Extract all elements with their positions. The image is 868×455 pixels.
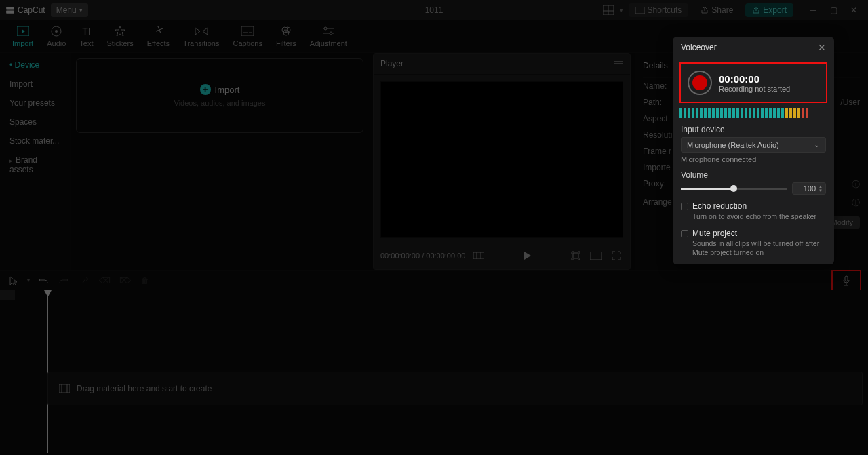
tool-captions[interactable]: Captions xyxy=(226,23,269,49)
share-button[interactable]: Share xyxy=(694,3,740,17)
volume-input[interactable]: 100 ▲▼ xyxy=(792,182,826,195)
capcut-icon xyxy=(5,5,15,15)
tool-filters[interactable]: Filters xyxy=(269,23,303,49)
import-icon xyxy=(16,24,30,38)
adjustment-icon xyxy=(321,24,335,38)
timeline-empty-hint[interactable]: Drag material here and start to create xyxy=(47,372,863,405)
record-box-highlight: 00:00:00 Recording not started xyxy=(679,62,827,103)
echo-reduction-label: Echo reduction xyxy=(692,201,816,211)
svg-point-22 xyxy=(330,32,332,35)
timeline[interactable]: Drag material here and start to create xyxy=(0,290,868,453)
voiceover-mic-highlight xyxy=(831,270,861,292)
filters-icon xyxy=(279,24,293,38)
close-icon[interactable]: ✕ xyxy=(845,3,863,18)
tool-import[interactable]: Import xyxy=(5,23,40,49)
mic-icon[interactable] xyxy=(840,274,853,288)
app-logo: CapCut xyxy=(5,5,45,15)
media-panel: +Import Videos, audios, and images xyxy=(71,53,369,270)
echo-reduction-sub: Turn on to avoid echo from the speaker xyxy=(692,212,816,222)
svg-marker-7 xyxy=(22,29,25,33)
pointer-dropdown-icon[interactable]: ▾ xyxy=(27,277,30,283)
effects-icon xyxy=(151,24,165,38)
mute-project-label: Mute project xyxy=(692,229,826,238)
sidebar-device[interactable]: • Device xyxy=(3,56,68,75)
shortcuts-button[interactable]: Shortcuts xyxy=(629,3,689,17)
svg-rect-30 xyxy=(845,276,848,281)
sidebar-presets[interactable]: Your presets xyxy=(3,94,68,113)
layout-icon[interactable] xyxy=(599,3,617,18)
record-dot-icon xyxy=(692,75,707,90)
sidebar-spaces[interactable]: Spaces xyxy=(3,113,68,132)
svg-marker-11 xyxy=(195,28,200,35)
svg-marker-29 xyxy=(10,277,17,285)
mute-project-sub: Sounds in all clips will be turned off a… xyxy=(692,239,826,258)
ratio-icon[interactable] xyxy=(589,249,603,262)
details-proxy-info-icon[interactable]: ⓘ xyxy=(852,179,860,191)
echo-reduction-checkbox[interactable] xyxy=(681,203,688,210)
delete-icon[interactable]: 🗑 xyxy=(138,274,152,288)
sidebar-import[interactable]: Import xyxy=(3,75,68,94)
minimize-icon[interactable]: ─ xyxy=(804,3,822,18)
player-menu-icon[interactable] xyxy=(614,61,623,67)
undo-icon[interactable] xyxy=(37,274,50,288)
play-icon[interactable] xyxy=(521,249,534,262)
maximize-icon[interactable]: ▢ xyxy=(825,3,842,18)
scale-icon[interactable] xyxy=(569,249,583,262)
title-bar: CapCut Menu 1011 ▾ Shortcuts Share Expor… xyxy=(0,0,868,20)
player-title: Player xyxy=(380,59,403,68)
player-panel: Player 00:00:00:00 / 00:00:00:00 xyxy=(373,53,631,270)
delete-right-icon[interactable]: ⌦ xyxy=(118,274,132,288)
svg-rect-13 xyxy=(241,26,254,36)
tool-adjustment[interactable]: Adjustment xyxy=(303,23,354,49)
audio-icon xyxy=(50,24,63,38)
app-name: CapCut xyxy=(18,5,45,15)
svg-rect-1 xyxy=(6,11,14,14)
svg-marker-12 xyxy=(203,28,208,35)
sidebar-stock[interactable]: Stock mater... xyxy=(3,132,68,151)
record-status: Recording not started xyxy=(719,85,790,93)
player-viewport[interactable] xyxy=(380,81,623,238)
svg-rect-31 xyxy=(59,384,70,393)
player-quality-icon[interactable] xyxy=(472,249,486,262)
split-icon[interactable]: ⎇ xyxy=(77,274,91,288)
tool-audio[interactable]: Audio xyxy=(40,23,73,49)
details-title: Details xyxy=(643,61,668,71)
mic-status: Microphone connected xyxy=(681,155,826,163)
mute-project-checkbox[interactable] xyxy=(681,230,688,237)
svg-rect-5 xyxy=(635,7,645,14)
tool-effects[interactable]: Effects xyxy=(140,23,176,49)
voiceover-title: Voiceover xyxy=(681,43,717,52)
sidebar-brand[interactable]: Brand assets xyxy=(3,151,68,179)
delete-left-icon[interactable]: ⌫ xyxy=(98,274,111,288)
voiceover-close-icon[interactable]: ✕ xyxy=(818,42,826,53)
volume-slider[interactable] xyxy=(681,188,787,190)
volume-spinner-icon[interactable]: ▲▼ xyxy=(818,184,823,193)
voiceover-popover: Voiceover ✕ 00:00:00 Recording not start… xyxy=(673,37,834,264)
tool-transitions[interactable]: Transitions xyxy=(176,23,226,49)
svg-rect-28 xyxy=(590,252,602,260)
menu-button[interactable]: Menu xyxy=(51,3,88,17)
svg-point-20 xyxy=(324,27,327,30)
details-path-value: /User xyxy=(840,98,860,107)
tool-stickers[interactable]: Stickers xyxy=(100,23,140,49)
import-subtitle: Videos, audios, and images xyxy=(174,99,266,107)
plus-icon: + xyxy=(200,84,211,95)
redo-icon[interactable] xyxy=(57,274,71,288)
tool-text[interactable]: TIText xyxy=(73,23,100,49)
layout-dropdown-icon[interactable]: ▾ xyxy=(620,7,623,14)
timeline-toolbar: ▾ ⎇ ⌫ ⌦ 🗑 xyxy=(0,270,868,290)
timeline-ruler[interactable] xyxy=(0,290,868,302)
fullscreen-icon[interactable] xyxy=(610,249,623,262)
pointer-icon[interactable] xyxy=(7,274,20,288)
input-device-label: Input device xyxy=(681,125,826,134)
record-button[interactable] xyxy=(688,71,712,95)
text-icon: TI xyxy=(79,24,93,38)
sidebar: • Device Import Your presets Spaces Stoc… xyxy=(0,53,71,270)
input-device-select[interactable]: Microphone (Realtek Audio) xyxy=(681,137,826,153)
export-button[interactable]: Export xyxy=(745,3,793,17)
import-dropzone[interactable]: +Import Videos, audios, and images xyxy=(76,58,363,133)
project-title: 1011 xyxy=(425,5,443,15)
film-icon xyxy=(59,384,70,393)
captions-icon xyxy=(241,24,254,38)
details-arrange-info-icon[interactable]: ⓘ xyxy=(852,197,860,209)
